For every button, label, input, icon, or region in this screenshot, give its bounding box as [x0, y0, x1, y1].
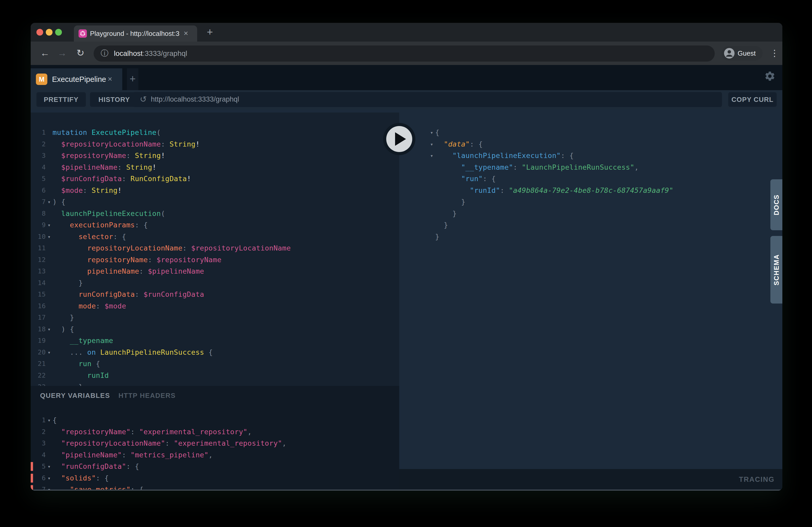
tab-docs[interactable]: DOCS: [770, 179, 782, 230]
browser-menu-icon[interactable]: ⋮: [769, 42, 780, 65]
tab-http-headers[interactable]: HTTP HEADERS: [119, 392, 176, 400]
tab-schema[interactable]: SCHEMA: [770, 236, 782, 303]
session-tab-executepipeline[interactable]: M ExecutePipeline ×: [31, 68, 122, 90]
window-minimize-button[interactable]: [46, 29, 53, 35]
fold-arrow-icon[interactable]: ▾: [429, 127, 435, 138]
fold-arrow-icon[interactable]: ▾: [46, 415, 53, 426]
endpoint-history-icon[interactable]: ↺: [137, 92, 149, 107]
line-number: 7: [31, 196, 46, 208]
code-token: String: [91, 186, 118, 194]
fold-arrow-icon[interactable]: ▾: [46, 484, 53, 491]
code-token: String: [126, 163, 152, 171]
code-token: : {: [135, 221, 148, 229]
prettify-button[interactable]: PRETTIFY: [37, 92, 86, 107]
code-token: $pipelineName: [53, 163, 118, 171]
fold-arrow-icon[interactable]: ▾: [46, 323, 53, 335]
graphql-favicon-icon: [78, 29, 87, 38]
query-editor[interactable]: 1mutation ExecutePipeline(2 $repositoryL…: [31, 112, 399, 386]
code-token: !: [161, 151, 165, 160]
fold-arrow-icon[interactable]: ▾: [429, 138, 435, 150]
copy-curl-button[interactable]: COPY CURL: [728, 92, 777, 107]
line-number: 1: [31, 415, 46, 426]
code-token: }: [435, 198, 466, 206]
line-number: 13: [31, 266, 46, 277]
code-line: 16 mode: $mode: [31, 300, 399, 312]
response-footer: TRACING: [399, 469, 782, 491]
code-line: 8 launchPipelineExecution(: [31, 208, 399, 220]
code-token: {: [204, 348, 213, 356]
fold-arrow-icon[interactable]: ▾: [46, 347, 53, 358]
code-token: "launchPipelineExecution": [435, 151, 561, 160]
code-token: __typename: [53, 336, 113, 345]
code-line: 7▾ "save_metrics": {: [31, 484, 399, 491]
browser-titlebar: Playground - http://localhost:3 × +: [31, 23, 782, 42]
fold-arrow-icon[interactable]: ▾: [46, 196, 53, 208]
url-path: :3333/graphql: [143, 49, 187, 57]
code-token: }: [53, 383, 83, 386]
line-number: 19: [31, 335, 46, 347]
line-number: 21: [31, 358, 46, 370]
forward-icon[interactable]: →: [56, 42, 69, 65]
code-token: !: [118, 186, 122, 194]
code-line: 5▾ "runConfigData": {: [31, 461, 399, 472]
code-line: 1mutation ExecutePipeline(: [31, 127, 399, 138]
code-token: !: [195, 140, 200, 148]
tracing-toggle[interactable]: TRACING: [739, 469, 774, 491]
browser-tab[interactable]: Playground - http://localhost:3 ×: [74, 26, 197, 42]
session-tab-close-icon[interactable]: ×: [108, 68, 112, 90]
code-line: 2 "repositoryName": "experimental_reposi…: [31, 426, 399, 438]
code-line: 13 pipelineName: $pipelineName: [31, 266, 399, 277]
code-token: :: [126, 151, 135, 160]
error-marker: [31, 485, 33, 491]
code-token: selector: [53, 232, 113, 241]
site-info-icon[interactable]: ⓘ: [99, 45, 110, 61]
code-token: $repositoryLocationName: [191, 244, 291, 252]
execute-button[interactable]: [383, 123, 415, 155]
mutation-badge: M: [36, 74, 47, 85]
code-token: pipelineName: [53, 267, 139, 275]
fold-arrow-icon[interactable]: ▾: [429, 150, 435, 162]
variables-pane[interactable]: QUERY VARIABLES HTTP HEADERS 1▾{2 "repos…: [31, 386, 399, 491]
code-token: ) {: [53, 325, 74, 333]
fold-arrow-icon[interactable]: ▾: [46, 472, 53, 484]
code-line: 19 __typename: [31, 335, 399, 347]
new-session-tab-button[interactable]: +: [127, 68, 139, 90]
code-token: : {: [561, 151, 574, 160]
code-token: $repositoryLocationName: [53, 140, 161, 148]
line-number: 8: [31, 208, 46, 220]
code-line: 22 runId: [31, 370, 399, 381]
response-viewer[interactable]: ▾{▾ "data": {▾ "launchPipelineExecution"…: [399, 109, 782, 469]
code-line: 3 "repositoryLocationName": "experimenta…: [31, 438, 399, 449]
code-token: }: [435, 232, 439, 241]
back-icon[interactable]: ←: [39, 42, 52, 65]
code-token: "run": [435, 175, 483, 183]
settings-gear-icon[interactable]: [764, 71, 775, 82]
reload-icon[interactable]: ↻: [74, 42, 87, 65]
browser-new-tab-button[interactable]: +: [203, 25, 216, 40]
code-token: launchPipelineExecution: [53, 209, 161, 217]
window-zoom-button[interactable]: [55, 29, 62, 35]
history-button[interactable]: HISTORY: [90, 92, 139, 107]
code-token: $runConfigData: [53, 175, 122, 183]
code-token: :: [139, 267, 148, 275]
fold-arrow-icon[interactable]: ▾: [46, 219, 53, 231]
code-token: :: [500, 186, 509, 194]
code-token: "experimental_repository": [139, 428, 247, 436]
code-token: "repositoryLocationName": [53, 439, 165, 447]
code-token: "a49b864a-79e2-4be8-b78c-687457a9aaf9": [509, 186, 673, 194]
code-line: 11 repositoryLocationName: $repositoryLo…: [31, 242, 399, 254]
profile-button[interactable]: Guest: [722, 46, 763, 61]
code-token: $mode: [53, 186, 83, 194]
address-url[interactable]: localhost:3333/graphql: [114, 45, 187, 62]
window-close-button[interactable]: [37, 29, 43, 35]
code-line: ▾ "data": {: [429, 138, 767, 150]
code-token: "runId": [435, 186, 500, 194]
code-line: 10▾ selector: {: [31, 231, 399, 243]
fold-arrow-icon[interactable]: ▾: [46, 461, 53, 472]
fold-arrow-icon[interactable]: ▾: [46, 231, 53, 243]
tab-query-variables[interactable]: QUERY VARIABLES: [40, 392, 110, 400]
url-host: localhost: [114, 49, 143, 57]
code-token: "data": [435, 140, 470, 148]
browser-tab-close-icon[interactable]: ×: [184, 26, 188, 42]
code-token: : {: [113, 232, 126, 241]
